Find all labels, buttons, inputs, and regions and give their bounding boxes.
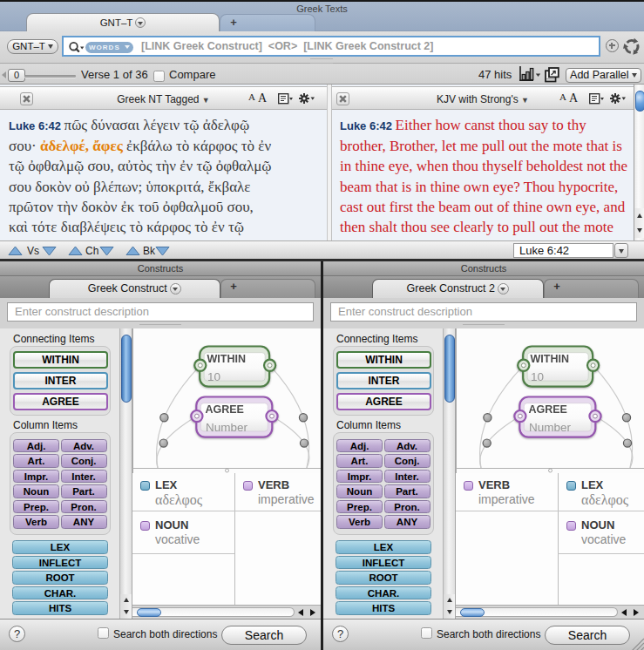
svg-text:AGREE: AGREE (206, 403, 244, 416)
svg-text:AGREE: AGREE (529, 403, 567, 416)
svg-text:10: 10 (531, 370, 544, 383)
svg-text:10: 10 (207, 370, 220, 383)
svg-text:Number: Number (206, 421, 248, 434)
svg-text:Number: Number (529, 421, 572, 434)
svg-text:WITHIN: WITHIN (207, 353, 246, 365)
svg-text:WITHIN: WITHIN (531, 353, 569, 365)
